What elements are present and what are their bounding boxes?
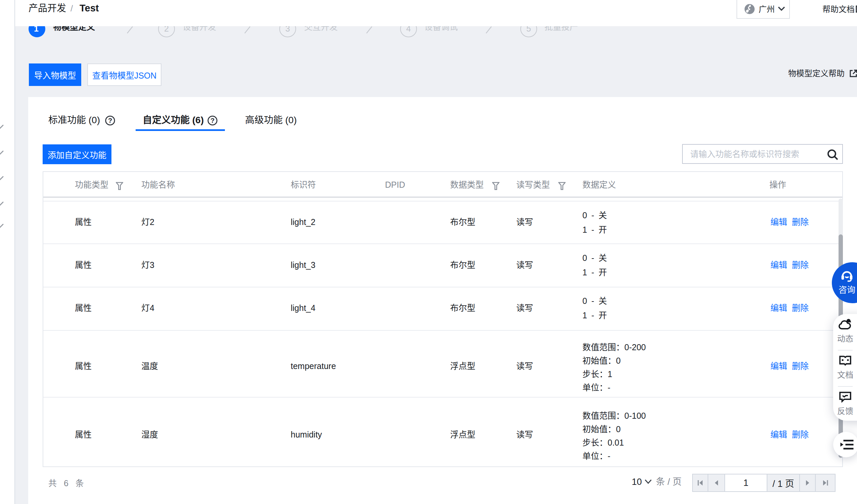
svg-text:?: ? (211, 117, 215, 124)
svg-text:?: ? (108, 117, 112, 124)
